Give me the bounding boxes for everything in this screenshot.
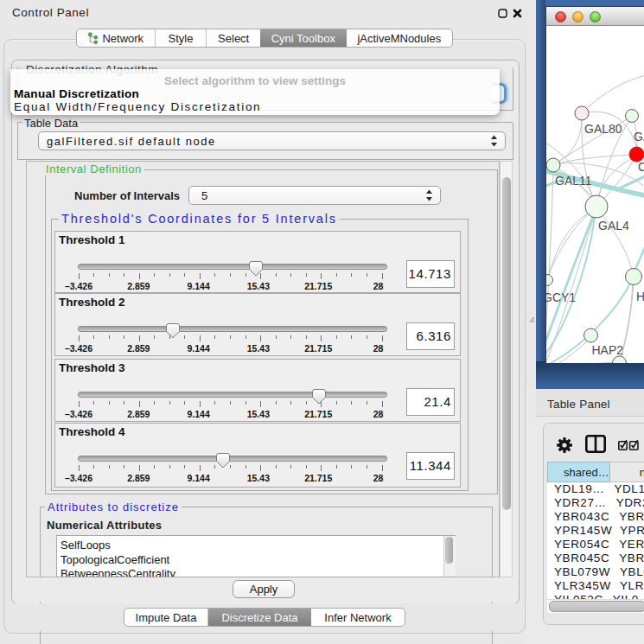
svg-text:GAL11: GAL11 — [555, 174, 592, 188]
svg-text:GA: GA — [634, 130, 644, 143]
svg-text:GCY1: GCY1 — [546, 290, 576, 304]
svg-text:C: C — [638, 160, 644, 174]
svg-text:GAL4: GAL4 — [598, 219, 629, 233]
svg-text:HAP2: HAP2 — [592, 343, 624, 357]
svg-text:GAL80: GAL80 — [584, 122, 622, 136]
svg-text:H: H — [636, 290, 644, 303]
